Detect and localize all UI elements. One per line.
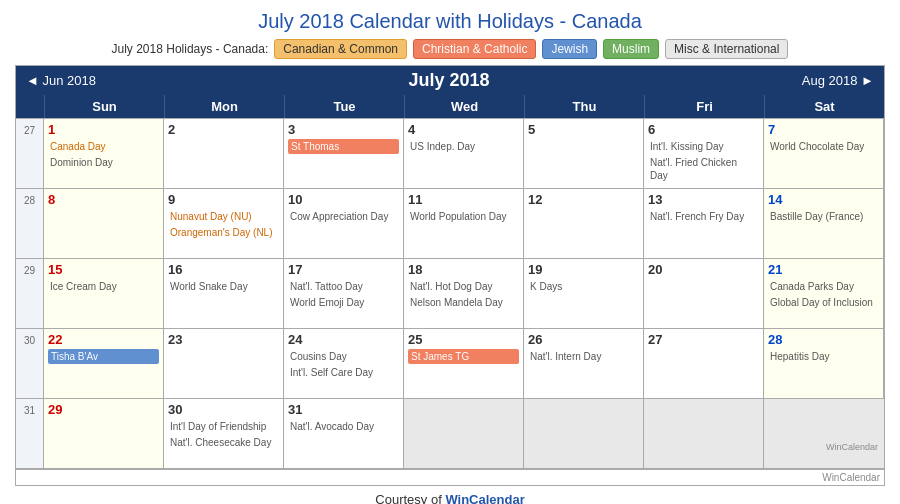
day-16: 16 [168,262,279,277]
week-num-29: 29 [16,259,44,329]
cell-empty-fri [644,399,764,469]
cell-july-2: 2 [164,119,284,189]
week-num-27: 27 [16,119,44,189]
day-13: 13 [648,192,759,207]
holiday-hepatitis-day: Hepatitis Day [768,349,879,364]
day-9: 9 [168,192,279,207]
badge-jewish[interactable]: Jewish [542,39,597,59]
badge-muslim[interactable]: Muslim [603,39,659,59]
day-12: 12 [528,192,639,207]
day-21: 21 [768,262,879,277]
cell-july-1: 1 Canada Day Dominion Day [44,119,164,189]
cell-july-19: 19 K Days [524,259,644,329]
holiday-nunavut-day: Nunavut Day (NU) [168,209,279,224]
day-1: 1 [48,122,159,137]
cell-july-17: 17 Nat'l. Tattoo Day World Emoji Day [284,259,404,329]
day-8: 8 [48,192,159,207]
cell-july-29: 29 [44,399,164,469]
day-18: 18 [408,262,519,277]
day-31: 31 [288,402,399,417]
day-17: 17 [288,262,399,277]
cell-july-26: 26 Nat'l. Intern Day [524,329,644,399]
holiday-tattoo-day: Nat'l. Tattoo Day [288,279,399,294]
cell-july-24: 24 Cousins Day Int'l. Self Care Day [284,329,404,399]
holiday-k-days: K Days [528,279,639,294]
day-23: 23 [168,332,279,347]
cell-july-15: 15 Ice Cream Day [44,259,164,329]
cell-july-5: 5 [524,119,644,189]
day-27: 27 [648,332,759,347]
day-15: 15 [48,262,159,277]
holiday-orangemans-day: Orangeman's Day (NL) [168,225,279,240]
cell-july-27: 27 [644,329,764,399]
day-20: 20 [648,262,759,277]
holiday-dominion-day: Dominion Day [48,155,159,170]
holiday-canada-day: Canada Day [48,139,159,154]
week-num-30: 30 [16,329,44,399]
cell-empty-wed [404,399,524,469]
day-14: 14 [768,192,879,207]
legend-label: July 2018 Holidays - Canada: [112,42,269,56]
cell-july-6: 6 Int'l. Kissing Day Nat'l. Fried Chicke… [644,119,764,189]
holiday-st-james-tg: St James TG [408,349,519,364]
cell-july-8: 8 [44,189,164,259]
week-num-31: 31 [16,399,44,469]
week-num-28: 28 [16,189,44,259]
page-title: July 2018 Calendar with Holidays - Canad… [258,10,642,33]
calendar-nav: ◄ Jun 2018 July 2018 Aug 2018 ► [16,66,884,95]
day-2: 2 [168,122,279,137]
holiday-bastille-day: Bastille Day (France) [768,209,879,224]
day-19: 19 [528,262,639,277]
watermark: WinCalendar [768,442,880,452]
badge-misc[interactable]: Misc & International [665,39,788,59]
header-mon: Mon [164,95,284,118]
holiday-hot-dog-day: Nat'l. Hot Dog Day [408,279,519,294]
holiday-emoji-day: World Emoji Day [288,295,399,310]
holiday-global-inclusion: Global Day of Inclusion [768,295,879,310]
day-29: 29 [48,402,159,417]
cell-july-14: 14 Bastille Day (France) [764,189,884,259]
day-4: 4 [408,122,519,137]
day-6: 6 [648,122,759,137]
holiday-intern-day: Nat'l. Intern Day [528,349,639,364]
holiday-fried-chicken: Nat'l. Fried Chicken Day [648,155,759,183]
wincalendar-link[interactable]: WinCalendar [445,492,524,504]
holiday-world-population: World Population Day [408,209,519,224]
holiday-st-thomas: St Thomas [288,139,399,154]
header-week [16,95,44,118]
cell-july-21: 21 Canada Parks Day Global Day of Inclus… [764,259,884,329]
cell-july-31: 31 Nat'l. Avocado Day [284,399,404,469]
header-wed: Wed [404,95,524,118]
calendar-header: Sun Mon Tue Wed Thu Fri Sat [16,95,884,118]
header-sat: Sat [764,95,884,118]
calendar-month-title: July 2018 [408,70,489,91]
holiday-canada-parks-day: Canada Parks Day [768,279,879,294]
day-11: 11 [408,192,519,207]
day-5: 5 [528,122,639,137]
badge-canadian[interactable]: Canadian & Common [274,39,407,59]
day-24: 24 [288,332,399,347]
day-30: 30 [168,402,279,417]
cell-july-18: 18 Nat'l. Hot Dog Day Nelson Mandela Day [404,259,524,329]
cell-empty-thu [524,399,644,469]
day-3: 3 [288,122,399,137]
watermark-row: WinCalendar [16,469,884,485]
calendar-body: 27 1 Canada Day Dominion Day 2 3 St Thom… [16,118,884,469]
holiday-french-fry-day: Nat'l. French Fry Day [648,209,759,224]
holiday-tisha-bav: Tisha B'Av [48,349,159,364]
holiday-ice-cream-day: Ice Cream Day [48,279,159,294]
next-month-link[interactable]: Aug 2018 ► [802,73,874,88]
cell-july-30: 30 Int'l Day of Friendship Nat'l. Cheese… [164,399,284,469]
cell-july-25: 25 St James TG [404,329,524,399]
holiday-avocado-day: Nat'l. Avocado Day [288,419,399,434]
cell-july-28: 28 Hepatitis Day [764,329,884,399]
day-28: 28 [768,332,879,347]
header-thu: Thu [524,95,644,118]
holiday-world-snake-day: World Snake Day [168,279,279,294]
cell-july-16: 16 World Snake Day [164,259,284,329]
cell-july-13: 13 Nat'l. French Fry Day [644,189,764,259]
day-7: 7 [768,122,879,137]
calendar: ◄ Jun 2018 July 2018 Aug 2018 ► Sun Mon … [15,65,885,486]
prev-month-link[interactable]: ◄ Jun 2018 [26,73,96,88]
badge-christian[interactable]: Christian & Catholic [413,39,536,59]
